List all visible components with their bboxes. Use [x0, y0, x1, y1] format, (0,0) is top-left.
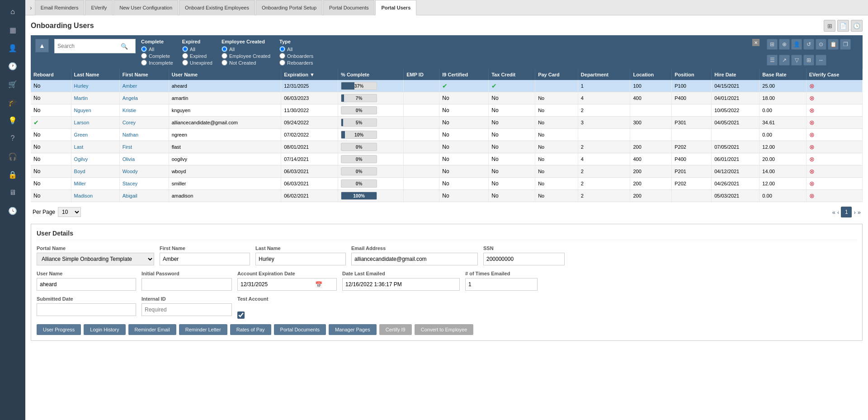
- reminder-email-btn[interactable]: Reminder Email: [128, 324, 176, 335]
- search-input[interactable]: [57, 43, 121, 49]
- col-first-name[interactable]: First Name: [119, 69, 169, 80]
- sidebar-item-monitor[interactable]: 🖥: [5, 184, 21, 201]
- emp-created-all-option[interactable]: All: [222, 46, 270, 52]
- emp-created-option[interactable]: Employee Created: [222, 53, 270, 59]
- type-all-option[interactable]: All: [279, 46, 313, 52]
- toolbar-icon-circle[interactable]: ⊙: [816, 39, 826, 50]
- certify-i9-btn[interactable]: Certify I9: [379, 324, 412, 335]
- table-row[interactable]: No Last First flast 08/01/2021 0% No No …: [31, 141, 863, 153]
- convert-to-employee-btn[interactable]: Convert to Employee: [415, 324, 474, 335]
- col-position[interactable]: Position: [672, 69, 712, 80]
- delete-icon[interactable]: ⊗: [809, 82, 815, 90]
- toolbar-icon-clipboard[interactable]: 📋: [828, 39, 839, 50]
- next-page-btn[interactable]: ›: [854, 209, 855, 216]
- complete-complete-option[interactable]: Complete: [141, 53, 173, 59]
- table-row[interactable]: No Hurley Amber aheard 12/31/2025 37% ✔ …: [31, 80, 863, 92]
- toolbar-icon-add[interactable]: ⊕: [779, 39, 790, 50]
- col-pay-card[interactable]: Pay Card: [535, 69, 578, 80]
- col-emp-id[interactable]: EMP ID: [404, 69, 439, 80]
- expired-unexpired-option[interactable]: Unexpired: [182, 60, 212, 66]
- col-expiration[interactable]: Expiration ▼: [281, 69, 338, 80]
- table-row[interactable]: ✔ Larson Corey alliancecandidate@gmail.c…: [31, 117, 863, 129]
- tab-onboarding-portal-setup[interactable]: Onboarding Portal Setup: [256, 0, 322, 15]
- reminder-letter-btn[interactable]: Reminder Letter: [179, 324, 227, 335]
- tab-portal-users[interactable]: Portal Users: [375, 0, 416, 15]
- complete-all-option[interactable]: All: [141, 46, 173, 52]
- complete-incomplete-option[interactable]: Incomplete: [141, 60, 173, 66]
- delete-icon[interactable]: ⊗: [809, 107, 815, 114]
- sidebar-item-cart[interactable]: 🛒: [5, 76, 21, 92]
- delete-icon[interactable]: ⊗: [809, 94, 815, 102]
- table-row[interactable]: No Ogilvy Olivia oogilvy 07/14/2021 0% N…: [31, 153, 863, 165]
- col-pct-complete[interactable]: % Complete: [338, 69, 404, 80]
- prev-page-btn[interactable]: ‹: [837, 209, 839, 216]
- col-department[interactable]: Department: [578, 69, 630, 80]
- tab-portal-documents[interactable]: Portal Documents: [323, 0, 374, 15]
- tab-new-user-configuration[interactable]: New User Configuration: [113, 0, 178, 15]
- tab-email-reminders[interactable]: Email Reminders: [35, 0, 85, 15]
- col-location[interactable]: Location: [630, 69, 672, 80]
- portal-documents-btn[interactable]: Portal Documents: [274, 324, 326, 335]
- close-filter-btn[interactable]: ✕: [752, 39, 760, 46]
- first-name-input[interactable]: [160, 253, 250, 265]
- delete-icon[interactable]: ⊗: [809, 119, 815, 126]
- sidebar-item-lock[interactable]: 🔒: [5, 166, 21, 183]
- sidebar-item-question[interactable]: ?: [5, 130, 21, 146]
- delete-icon[interactable]: ⊗: [809, 156, 815, 163]
- sidebar-item-dashboard[interactable]: ▦: [5, 22, 21, 38]
- col-hire-date[interactable]: Hire Date: [712, 69, 760, 80]
- col-last-name[interactable]: Last Name: [71, 69, 119, 80]
- test-account-checkbox[interactable]: [237, 311, 245, 319]
- sidebar-item-history[interactable]: 🕓: [5, 203, 21, 219]
- emp-not-created-option[interactable]: Not Created: [222, 60, 270, 66]
- sidebar-item-lightbulb[interactable]: 💡: [5, 112, 21, 128]
- table-row[interactable]: No Martin Angela amartin 06/03/2023 7% N…: [31, 92, 863, 104]
- expired-expired-option[interactable]: Expired: [182, 53, 212, 59]
- grid-view-icon[interactable]: ⊞: [824, 20, 835, 32]
- col-tax-credit[interactable]: Tax Credit: [489, 69, 535, 80]
- user-progress-btn[interactable]: User Progress: [37, 324, 81, 335]
- last-name-input[interactable]: [255, 253, 346, 265]
- toolbar-icon-grid[interactable]: ⊞: [803, 55, 814, 66]
- toolbar-icon-filter[interactable]: ▽: [791, 55, 802, 66]
- document-icon[interactable]: 📄: [837, 20, 849, 32]
- expiration-date-input[interactable]: [238, 278, 312, 290]
- initial-password-input[interactable]: [142, 278, 232, 291]
- table-row[interactable]: No Boyd Woody wboyd 06/03/2021 0% No No …: [31, 165, 863, 178]
- toolbar-icon-expand[interactable]: ↔: [816, 55, 826, 66]
- submitted-date-input[interactable]: [37, 303, 136, 316]
- tab-onboard-existing-employees[interactable]: Onboard Existing Employees: [179, 0, 255, 15]
- table-row[interactable]: No Madison Abigail amadison 06/02/2021 1…: [31, 190, 863, 202]
- type-reboarders-option[interactable]: Reboarders: [279, 60, 313, 66]
- toolbar-icon-user[interactable]: 👤: [791, 39, 802, 50]
- ssn-input[interactable]: [483, 253, 565, 265]
- times-emailed-input[interactable]: [465, 278, 538, 291]
- portal-name-select[interactable]: Alliance Simple Onboarding Template: [37, 253, 154, 265]
- col-i9-certified[interactable]: I9 Certified: [439, 69, 489, 80]
- sidebar-item-home[interactable]: ⌂: [5, 4, 21, 20]
- delete-icon[interactable]: ⊗: [809, 168, 815, 175]
- delete-icon[interactable]: ⊗: [809, 143, 815, 151]
- per-page-select[interactable]: 10 25 50 100: [58, 207, 81, 217]
- type-onboarders-option[interactable]: Onboarders: [279, 53, 313, 59]
- calendar-icon[interactable]: 📅: [312, 279, 325, 290]
- col-base-rate[interactable]: Base Rate: [760, 69, 806, 80]
- first-page-btn[interactable]: «: [832, 209, 835, 216]
- delete-icon[interactable]: ⊗: [809, 180, 815, 187]
- toolbar-icon-list[interactable]: ☰: [767, 55, 778, 66]
- sidebar-item-clock[interactable]: 🕐: [5, 58, 21, 74]
- date-last-emailed-input[interactable]: [342, 278, 460, 291]
- expired-all-option[interactable]: All: [182, 46, 212, 52]
- col-everify-case[interactable]: EVerify Case: [806, 69, 862, 80]
- sidebar-item-graduation[interactable]: 🎓: [5, 94, 21, 110]
- delete-icon[interactable]: ⊗: [809, 131, 815, 138]
- toolbar-icon-refresh[interactable]: ↺: [803, 39, 814, 50]
- toolbar-icon-copy[interactable]: ❐: [840, 39, 851, 50]
- tab-everify[interactable]: EVerify: [85, 0, 113, 15]
- table-row[interactable]: No Green Nathan ngreen 07/02/2022 10% No…: [31, 129, 863, 141]
- table-row[interactable]: No Miller Stacey smiller 06/03/2021 0% N…: [31, 178, 863, 190]
- table-row[interactable]: No Nguyen Kristie knguyen 11/30/2022 0% …: [31, 104, 863, 117]
- toolbar-icon-1[interactable]: ⊞: [767, 39, 778, 50]
- rates-of-pay-btn[interactable]: Rates of Pay: [230, 324, 271, 335]
- delete-icon[interactable]: ⊗: [809, 192, 815, 199]
